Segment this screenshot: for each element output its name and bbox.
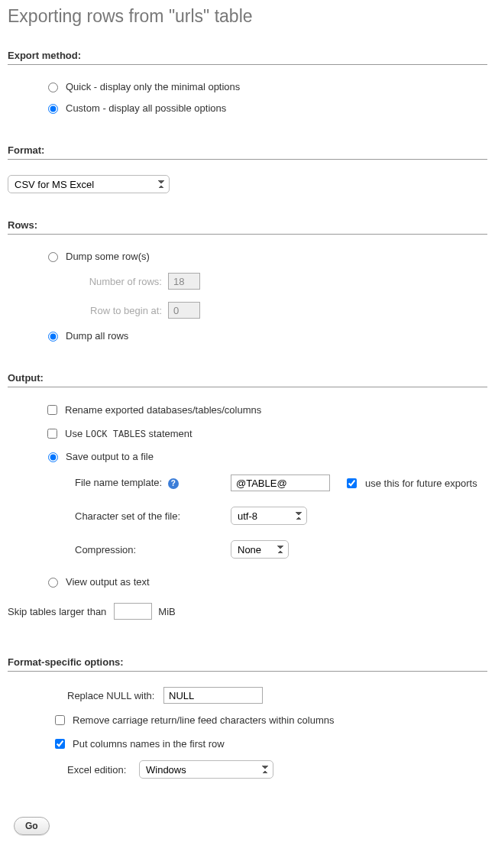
put-columns-first-row[interactable]: Put columns names in the first row (52, 732, 487, 756)
dump-all-rows-radio[interactable] (48, 332, 58, 342)
replace-null-input[interactable] (163, 687, 263, 704)
file-options: File name template: ? use this for futur… (44, 467, 487, 566)
charset-row: Character set of the file: utf-8 (44, 499, 487, 533)
export-method-quick[interactable]: Quick - display only the minimal options (8, 76, 487, 97)
replace-null-row: Replace NULL with: (67, 682, 487, 708)
format-specific-section: Format-specific options: Replace NULL wi… (8, 656, 487, 783)
format-section: Format: CSV for MS Excel (8, 144, 487, 193)
view-as-text-radio[interactable] (48, 578, 58, 588)
skip-tables-row: Skip tables larger than MiB (8, 592, 487, 630)
use-future-label: use this for future exports (365, 478, 477, 489)
export-method-quick-radio[interactable] (48, 83, 58, 92)
format-legend: Format: (8, 144, 487, 160)
compression-label: Compression: (44, 544, 231, 555)
skip-tables-input[interactable] (114, 603, 152, 620)
filename-template-row: File name template: ? use this for futur… (44, 467, 487, 499)
dump-some-rows[interactable]: Dump some row(s) (8, 245, 487, 267)
export-method-custom-radio[interactable] (48, 104, 58, 114)
save-to-file-radio[interactable] (48, 452, 58, 462)
rows-legend: Rows: (8, 219, 487, 235)
put-columns-checkbox[interactable] (55, 739, 65, 749)
row-begin-input[interactable] (168, 302, 200, 319)
dump-all-rows-label: Dump all rows (66, 330, 128, 342)
go-button[interactable]: Go (14, 817, 50, 835)
lock-tables-checkbox[interactable] (47, 429, 57, 439)
put-columns-label: Put columns names in the first row (73, 738, 225, 750)
page-title: Exporting rows from "urls" table (8, 6, 487, 27)
help-icon[interactable]: ? (168, 478, 179, 489)
save-to-file-label: Save output to a file (66, 451, 154, 462)
compression-select[interactable]: None (231, 540, 289, 559)
filename-template-label: File name template: (75, 477, 162, 488)
output-legend: Output: (8, 372, 487, 387)
rows-section: Rows: Dump some row(s) Number of rows: R… (8, 219, 487, 346)
rename-exported-checkbox[interactable] (47, 405, 57, 415)
charset-select[interactable]: utf-8 (231, 507, 307, 525)
number-of-rows-row: Number of rows: (8, 267, 487, 296)
excel-edition-label: Excel edition: (67, 764, 139, 776)
export-method-section: Export method: Quick - display only the … (8, 50, 487, 118)
compression-row: Compression: None (44, 533, 487, 566)
lock-tables-label: Use LOCK TABLES statement (65, 428, 192, 440)
replace-null-label: Replace NULL with: (67, 690, 163, 701)
excel-edition-select[interactable]: Windows (139, 760, 273, 779)
export-method-custom[interactable]: Custom - display all possible options (8, 97, 487, 118)
rename-exported[interactable]: Rename exported databases/tables/columns (44, 398, 487, 422)
remove-crlf-label: Remove carriage return/line feed charact… (73, 714, 335, 726)
save-to-file[interactable]: Save output to a file (44, 445, 487, 467)
row-begin-row: Row to begin at: (8, 296, 487, 325)
export-method-legend: Export method: (8, 50, 487, 65)
remove-crlf-checkbox[interactable] (55, 715, 65, 725)
use-future-checkbox[interactable] (347, 478, 357, 488)
format-select[interactable]: CSV for MS Excel (8, 175, 170, 193)
excel-edition-row: Excel edition: Windows (67, 756, 487, 783)
skip-tables-suffix: MiB (158, 606, 175, 617)
charset-label: Character set of the file: (44, 510, 231, 522)
lock-tables[interactable]: Use LOCK TABLES statement (44, 422, 487, 445)
filename-template-input[interactable] (231, 474, 330, 491)
row-begin-label: Row to begin at: (76, 305, 162, 316)
number-of-rows-input[interactable] (168, 273, 200, 290)
number-of-rows-label: Number of rows: (76, 276, 162, 287)
dump-some-rows-radio[interactable] (48, 252, 58, 262)
output-section: Output: Rename exported databases/tables… (8, 372, 487, 630)
view-as-text-label: View output as text (66, 576, 150, 588)
skip-tables-prefix: Skip tables larger than (8, 606, 106, 617)
export-method-custom-label: Custom - display all possible options (66, 102, 226, 114)
view-as-text[interactable]: View output as text (44, 571, 487, 592)
export-method-quick-label: Quick - display only the minimal options (66, 81, 240, 92)
remove-crlf[interactable]: Remove carriage return/line feed charact… (52, 708, 487, 732)
dump-some-rows-label: Dump some row(s) (66, 251, 150, 262)
format-specific-legend: Format-specific options: (8, 656, 487, 672)
rename-exported-label: Rename exported databases/tables/columns (65, 404, 261, 416)
dump-all-rows[interactable]: Dump all rows (8, 325, 487, 346)
